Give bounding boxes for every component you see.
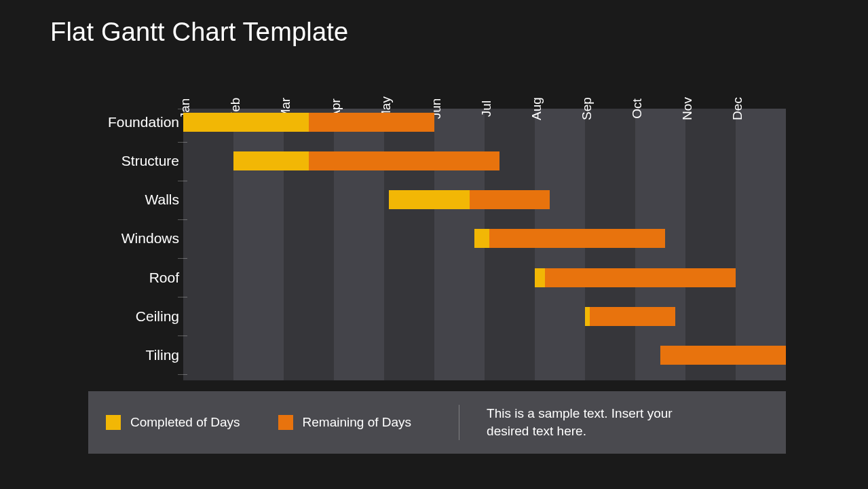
month-column: Mar — [284, 109, 334, 380]
task-label: Foundation — [88, 114, 179, 130]
y-tick — [178, 109, 187, 109]
bar-segment-completed — [389, 190, 469, 209]
month-label: Dec — [730, 97, 759, 120]
month-label: Sep — [580, 97, 608, 120]
legend-divider — [459, 405, 459, 440]
bar-segment-remaining — [545, 268, 736, 287]
month-column: Jan — [183, 109, 233, 380]
task-label: Tiling — [88, 347, 179, 363]
task-label: Ceiling — [88, 308, 179, 325]
gantt-bar — [660, 346, 786, 365]
bar-segment-remaining — [309, 151, 499, 170]
legend-remaining-label: Remaining of Days — [303, 415, 412, 430]
month-column: May — [384, 109, 434, 380]
swatch-remaining-icon — [278, 415, 293, 430]
month-column: Apr — [334, 109, 384, 380]
bar-segment-completed — [233, 151, 309, 170]
y-tick — [178, 142, 187, 143]
gantt-bar — [585, 307, 675, 326]
gantt-bar — [474, 229, 665, 248]
y-tick — [178, 258, 187, 259]
legend-item-remaining: Remaining of Days — [278, 415, 412, 430]
month-label: Oct — [630, 98, 658, 119]
month-column: Nov — [685, 109, 736, 380]
month-label: Jul — [479, 101, 508, 117]
y-tick — [178, 297, 187, 297]
gantt-bar — [183, 113, 434, 132]
bar-segment-remaining — [489, 229, 665, 248]
bar-segment-completed — [535, 268, 545, 287]
y-tick — [178, 374, 187, 375]
legend-footer: Completed of Days Remaining of Days This… — [88, 391, 786, 454]
bar-segment-completed — [474, 229, 489, 248]
bar-segment-completed — [585, 307, 590, 326]
slide: Flat Gantt Chart Template FoundationStru… — [0, 0, 868, 489]
legend-completed-label: Completed of Days — [130, 415, 240, 430]
bar-segment-remaining — [590, 307, 675, 326]
bar-segment-remaining — [309, 113, 434, 132]
y-tick — [178, 181, 187, 181]
task-label: Walls — [88, 192, 179, 208]
month-label: Nov — [680, 97, 709, 120]
bar-segment-completed — [183, 113, 309, 132]
gantt-bar — [389, 190, 550, 209]
y-axis-labels: FoundationStructureWallsWindowsRoofCeili… — [88, 109, 183, 380]
y-tick — [178, 336, 187, 336]
task-label: Structure — [88, 153, 179, 169]
gantt-bar — [535, 268, 736, 287]
month-column: Dec — [736, 109, 786, 380]
y-tick — [178, 219, 187, 220]
bar-segment-remaining — [660, 346, 786, 365]
bar-segment-remaining — [470, 190, 550, 209]
gantt-bar — [233, 151, 499, 170]
task-label: Windows — [88, 230, 179, 247]
swatch-completed-icon — [106, 415, 121, 430]
month-label: Aug — [529, 97, 558, 120]
legend-note: This is a sample text. Insert your desir… — [487, 405, 711, 439]
task-label: Roof — [88, 270, 179, 286]
legend: Completed of Days Remaining of Days — [106, 415, 411, 430]
gantt-chart: JanFebMarAprMayJunJulAugSepOctNovDec — [183, 109, 786, 380]
legend-item-completed: Completed of Days — [106, 415, 240, 430]
month-column: Feb — [233, 109, 284, 380]
page-title: Flat Gantt Chart Template — [50, 18, 348, 47]
